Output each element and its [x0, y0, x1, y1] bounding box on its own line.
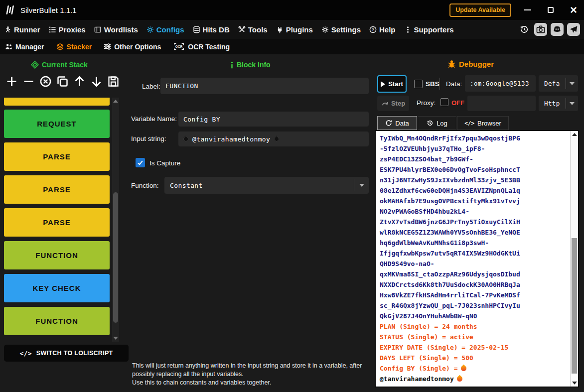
nav-label: Proxies: [59, 25, 86, 34]
step-button[interactable]: Step: [377, 96, 409, 111]
nav-item-tools[interactable]: Tools: [238, 25, 268, 34]
nav-item-help[interactable]: ? Help: [369, 25, 396, 34]
log-line: EXPIRY DATE (Single) = 2025-02-15: [380, 342, 567, 353]
move-up-button[interactable]: [72, 72, 87, 90]
scroll-up-arrow-icon[interactable]: [572, 133, 577, 136]
sbs-checkbox[interactable]: [414, 80, 423, 88]
stack-block-keycheck[interactable]: KEY CHECK: [4, 274, 110, 302]
move-down-button[interactable]: [89, 72, 104, 90]
nav-item-wordlists[interactable]: Wordlists: [94, 25, 138, 34]
stack-scrollbar[interactable]: [112, 98, 119, 342]
nav-label: Settings: [331, 25, 361, 34]
proxy-input[interactable]: [467, 96, 536, 111]
dropdown-divider: [566, 98, 566, 109]
nav-item-runner[interactable]: Runner: [4, 25, 40, 34]
variable-name-input[interactable]: Config BY: [178, 112, 369, 127]
flame-icon: [455, 375, 463, 383]
current-stack-title: Current Stack: [42, 61, 88, 69]
svg-text:?: ?: [372, 27, 374, 32]
app-logo-icon: [5, 4, 16, 16]
tab-log[interactable]: Log: [418, 116, 456, 130]
scroll-down-arrow-icon[interactable]: [113, 337, 118, 340]
tab-data[interactable]: Data: [377, 116, 417, 130]
scroll-down-arrow-icon[interactable]: [572, 382, 577, 385]
clone-block-button[interactable]: [55, 72, 70, 90]
scroll-up-arrow-icon[interactable]: [113, 100, 118, 103]
subnav-item-stacker[interactable]: Stacker: [56, 43, 92, 51]
switch-to-loliscript-button[interactable]: </> SWITCH TO LOLISCRIPT: [4, 345, 129, 362]
minimize-button[interactable]: [521, 3, 534, 16]
nav-item-supporters[interactable]: Supporters: [404, 25, 454, 34]
stack-block-function-1[interactable]: FUNCTION: [4, 241, 110, 269]
silverbullet-window: SilverBullet 1.1.1 Update Available × Ru…: [0, 0, 584, 392]
stack-block-parse-2[interactable]: PARSE: [4, 175, 110, 204]
log-line: ZtvX7vTsdBW6jnzG6JPrTny5TiOxuyCilXiH: [380, 217, 567, 227]
maximize-button[interactable]: [544, 3, 557, 16]
discord-icon[interactable]: [551, 23, 564, 36]
nav-item-proxies[interactable]: Proxies: [49, 25, 86, 34]
disable-block-button[interactable]: [38, 72, 53, 90]
log-line: Hxw8VkZE7fkHSAdHm4rrliTCal-7PvKeMDSf: [380, 290, 567, 300]
dropdown-divider: [354, 179, 354, 191]
start-button[interactable]: Start: [377, 75, 407, 93]
block-label: KEY CHECK: [32, 284, 81, 292]
debug-log-area[interactable]: TyIWbQ_Mn4OQndRrFjIfx7pqu3wDqostjBPG-5fz…: [375, 130, 579, 388]
subnav-item-other-options[interactable]: Other Options: [104, 43, 161, 51]
save-stack-button[interactable]: [106, 72, 121, 90]
log-line: n31jJ6NTZwHyS9JxIXvbzdnMl33zjv_5E3BB: [380, 175, 567, 185]
nav-item-plugins[interactable]: Plugins: [276, 25, 313, 34]
nav-label: Configs: [156, 25, 184, 34]
wordlist-type-dropdown[interactable]: Defa: [539, 75, 578, 92]
stack-block-request[interactable]: REQUEST: [4, 110, 110, 138]
log-line: okMAHAfxb7E9usgOVPBcstiftyMkx91vTvvj: [380, 196, 567, 206]
data-caption: Data:: [446, 80, 462, 88]
stack-scrollbar-thumb[interactable]: [113, 192, 118, 323]
proxy-type-dropdown[interactable]: Http: [539, 96, 578, 111]
add-block-button[interactable]: [4, 72, 19, 90]
dropdown-divider: [566, 78, 566, 89]
nav-item-settings[interactable]: Settings: [321, 25, 361, 34]
log-line: 08e1Zdhxf6cw60eDQHjn4S3EAVIZNpnQLa1q: [380, 185, 567, 196]
tab-browser[interactable]: </> Browser: [457, 116, 509, 130]
log-line: NO2vPWAGoBSfHD4hbu2kL4-: [380, 206, 567, 217]
main-nav: Runner Proxies Wordlists Configs Hits DB…: [0, 20, 584, 39]
telegram-icon[interactable]: [567, 23, 580, 36]
function-value: Constant: [170, 182, 203, 189]
label-input[interactable]: FUNCTION: [160, 78, 369, 94]
log-scrollbar[interactable]: [570, 131, 578, 387]
stack-block-function-2[interactable]: FUNCTION: [4, 307, 110, 335]
tab-label: Data: [395, 120, 409, 127]
nav-item-hits-db[interactable]: Hits DB: [193, 25, 230, 34]
close-button[interactable]: ×: [567, 3, 580, 16]
nav-label: Plugins: [286, 25, 313, 34]
nav-label: Tools: [248, 25, 268, 34]
help-icon: ?: [369, 26, 377, 33]
stack-block-partial[interactable]: [4, 98, 110, 106]
update-available-button[interactable]: Update Available: [449, 3, 511, 17]
block-label: REQUEST: [37, 120, 77, 128]
proxy-checkbox[interactable]: [440, 98, 448, 106]
description-line: This will just return anything written i…: [132, 362, 371, 379]
nav-item-configs[interactable]: Configs: [146, 25, 184, 34]
stack-block-parse-3[interactable]: PARSE: [4, 208, 110, 237]
description-line: Use this to chain constants and variable…: [132, 379, 371, 387]
data-input[interactable]: :om:Google@5133: [465, 75, 536, 92]
input-string-input[interactable]: @tanvirahamedtonmoy: [178, 131, 369, 146]
history-icon[interactable]: [518, 23, 531, 36]
log-line: IfjgqfxwbKpsw7utv5qRT4IX5Wz9HOdGKtUi: [380, 248, 567, 259]
remove-block-button[interactable]: [21, 72, 36, 90]
stack-block-parse-1[interactable]: PARSE: [4, 142, 110, 171]
flame-icon: [273, 135, 280, 142]
nav-label: Runner: [14, 25, 40, 34]
log-line: -5fzlOZVEUhbjyu37qTHo_ipF8-: [380, 143, 567, 154]
chevron-down-icon: [570, 82, 575, 85]
subnav-item-manager[interactable]: Manager: [5, 43, 44, 51]
label-value: FUNCTION: [165, 82, 198, 90]
proxy-type-value: Http: [544, 100, 560, 107]
function-dropdown[interactable]: Constant: [164, 177, 369, 194]
step-arrow-icon: [381, 100, 389, 107]
log-scrollbar-thumb[interactable]: [572, 238, 577, 374]
screenshot-icon[interactable]: [534, 23, 547, 36]
is-capture-checkbox[interactable]: [136, 158, 145, 167]
subnav-item-ocr-testing[interactable]: OCR OCR Testing: [173, 43, 230, 51]
